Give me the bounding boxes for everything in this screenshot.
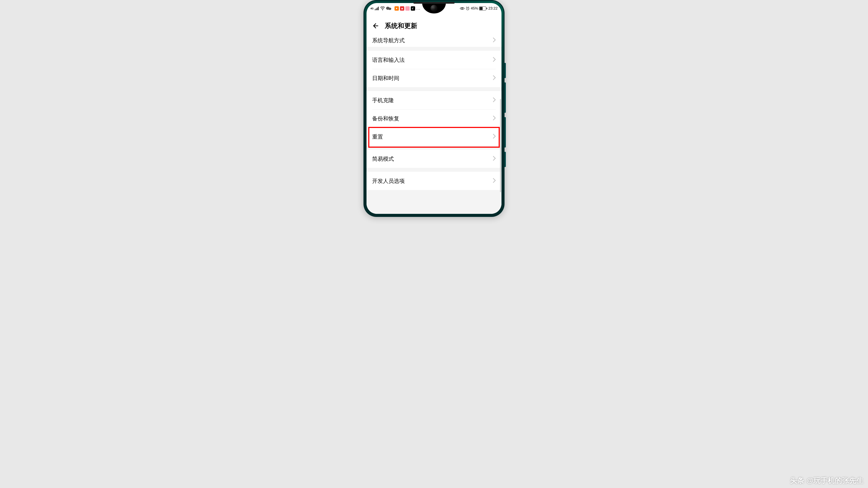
chevron-right-icon <box>493 37 496 43</box>
front-camera <box>431 5 437 12</box>
svg-rect-2 <box>377 8 378 10</box>
page-title: 系统和更新 <box>385 22 417 30</box>
row-label: 日期和时间 <box>372 75 399 82</box>
clock-time: 23:22 <box>488 6 498 11</box>
list-group: 语言和输入法 日期和时间 <box>367 51 501 87</box>
more-icon: ... <box>416 6 421 11</box>
status-right: 45% 23:22 <box>460 6 498 11</box>
phone-side-button <box>504 83 506 113</box>
row-backup-restore[interactable]: 备份和恢复 <box>367 109 501 128</box>
scrollbar[interactable] <box>500 99 501 192</box>
svg-marker-5 <box>396 8 398 9</box>
signal-icon <box>375 7 379 10</box>
phone-frame: 4G <box>364 0 504 217</box>
phone-side-button <box>504 152 506 167</box>
network-4g-label: 4G <box>370 7 374 10</box>
wechat-icon <box>386 6 394 11</box>
wifi-icon <box>380 6 385 10</box>
row-label: 手机克隆 <box>372 97 394 104</box>
screen: 4G <box>367 3 501 214</box>
app-icon-video <box>395 6 399 11</box>
stage: 4G <box>0 0 868 488</box>
settings-list: 系统导航方式 语言和输入法 日期和时间 <box>367 34 501 214</box>
watermark-prefix: 头条 <box>790 476 804 485</box>
phone-side-button <box>504 63 506 78</box>
alarm-icon <box>466 6 470 10</box>
svg-point-4 <box>382 9 383 10</box>
eye-icon <box>460 7 465 10</box>
row-datetime[interactable]: 日期和时间 <box>367 69 501 87</box>
phone-side-button <box>504 117 506 148</box>
svg-rect-1 <box>376 8 376 10</box>
row-simple-mode[interactable]: 简易模式 <box>367 150 501 168</box>
row-label: 备份和恢复 <box>372 115 399 122</box>
list-group: 开发人员选项 <box>367 172 501 190</box>
chevron-right-icon <box>493 178 496 184</box>
list-group: 系统导航方式 <box>367 34 501 47</box>
battery-icon <box>479 6 487 10</box>
app-icon-weibo <box>400 6 404 11</box>
title-bar: 系统和更新 <box>367 18 501 33</box>
battery-percent: 45% <box>471 6 478 11</box>
row-label: 简易模式 <box>372 155 394 162</box>
chevron-right-icon <box>493 75 496 81</box>
row-navigation[interactable]: 系统导航方式 <box>367 34 501 47</box>
row-label: 系统导航方式 <box>372 37 405 44</box>
row-developer-options[interactable]: 开发人员选项 <box>367 172 501 190</box>
status-left: 4G <box>370 6 421 11</box>
app-icon-pink <box>405 6 410 11</box>
row-reset[interactable]: 重置 <box>367 128 501 146</box>
earpiece-speaker <box>413 2 455 4</box>
chevron-right-icon <box>493 156 496 162</box>
chevron-right-icon <box>493 57 496 63</box>
list-group: 简易模式 <box>367 150 501 168</box>
watermark: 头条 @玩手机的张先生 <box>790 476 864 485</box>
svg-point-6 <box>401 8 403 9</box>
row-language[interactable]: 语言和输入法 <box>367 51 501 69</box>
chevron-right-icon <box>493 134 496 140</box>
back-button[interactable] <box>371 22 379 30</box>
svg-point-7 <box>462 8 463 9</box>
app-icon-douyin <box>411 6 415 11</box>
watermark-handle: @玩手机的张先生 <box>807 476 864 485</box>
row-label: 语言和输入法 <box>372 56 405 64</box>
row-label: 开发人员选项 <box>372 177 405 185</box>
list-group: 手机克隆 备份和恢复 重置 <box>367 91 501 146</box>
svg-rect-3 <box>378 7 379 10</box>
row-phone-clone[interactable]: 手机克隆 <box>367 91 501 109</box>
chevron-right-icon <box>493 116 496 122</box>
chevron-right-icon <box>493 97 496 103</box>
row-label: 重置 <box>372 133 383 140</box>
svg-rect-0 <box>375 9 375 10</box>
